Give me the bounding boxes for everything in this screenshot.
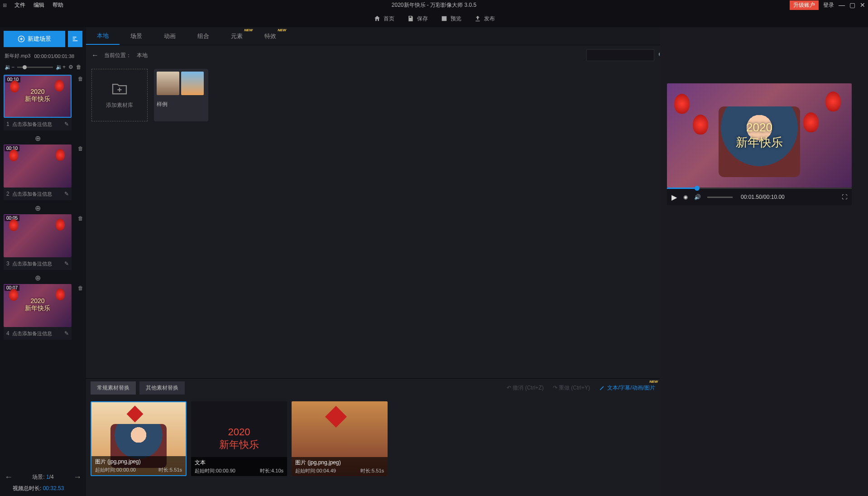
scene-index: 4 (6, 330, 10, 337)
sort-icon (72, 35, 79, 43)
close-icon[interactable]: ✕ (860, 1, 865, 9)
scene-card[interactable]: 00:05 3 点击添加备注信息 ✎ 🗑 (4, 214, 82, 270)
scene-caption[interactable]: 点击添加备注信息 (12, 191, 62, 197)
redo-label: 重做 (Ctrl+Y) (559, 385, 590, 391)
new-badge: NEW (244, 28, 253, 32)
delete-icon[interactable]: 🗑 (78, 76, 82, 82)
toolbar: 首页 保存 预览 发布 (0, 10, 868, 27)
scene-caption-row: 4 点击添加备注信息 ✎ (4, 327, 72, 340)
undo-button[interactable]: ↶ 撤消 (Ctrl+Z) (507, 384, 544, 392)
minimize-icon[interactable]: — (839, 1, 845, 9)
add-library-button[interactable]: 添加素材库 (91, 69, 148, 121)
bottom-panel: 常规素材替换 其他素材替换 ↶ 撤消 (Ctrl+Z) ↷ 重做 (Ctrl+Y… (86, 378, 660, 496)
clip-start: 起始时间:00:00.90 (195, 467, 235, 474)
scene-card[interactable]: 00:07 2020新年快乐 4 点击添加备注信息 ✎ 🗑 (4, 284, 82, 340)
preview-volume-slider[interactable] (707, 197, 733, 198)
tab-normal-replace[interactable]: 常规素材替换 (91, 381, 136, 395)
tab-元素[interactable]: 元素NEW (220, 27, 254, 45)
clip-duration: 时长:5.51s (158, 467, 182, 473)
tab-label: 动画 (164, 32, 176, 40)
home-button[interactable]: 首页 (374, 15, 394, 23)
clip-type: 图片 (jpg,png,jpeg) (295, 459, 384, 467)
home-icon (374, 15, 381, 22)
scene-caption[interactable]: 点击添加备注信息 (12, 260, 62, 267)
delete-icon[interactable]: 🗑 (78, 285, 82, 291)
page-total: /4 (49, 474, 54, 480)
tab-other-replace[interactable]: 其他素材替换 (139, 381, 185, 395)
folder-plus-icon (111, 82, 128, 95)
playback-progress[interactable] (667, 188, 852, 189)
loop-icon[interactable]: ◉ (683, 194, 688, 200)
delete-icon[interactable]: 🗑 (78, 145, 82, 152)
publish-button[interactable]: 发布 (474, 15, 495, 23)
search-box[interactable]: 🔍 (586, 49, 654, 61)
next-scene-icon[interactable]: → (73, 472, 82, 482)
preview-button[interactable]: 预览 (441, 15, 461, 23)
menu-file[interactable]: 文件 (14, 1, 25, 9)
tab-动画[interactable]: 动画 (153, 27, 187, 45)
scene-thumb[interactable]: 00:05 (4, 214, 72, 257)
tab-label: 特效 (264, 32, 276, 40)
tab-本地[interactable]: 本地 (86, 27, 120, 45)
menu-help[interactable]: 帮助 (53, 1, 63, 9)
tab-组合[interactable]: 组合 (187, 27, 220, 45)
scene-thumb[interactable]: 00:10 (4, 144, 72, 188)
play-icon[interactable]: ▶ (671, 193, 677, 202)
preview-canvas: 2020 新年快乐 (667, 83, 852, 188)
audio-row: 新年好.mp3 00:00:01/00:01:38 (4, 51, 82, 61)
upload-icon (474, 15, 481, 22)
new-badge: NEW (278, 28, 286, 32)
trash-icon[interactable]: 🗑 (76, 64, 82, 70)
audio-controls: 🔉− 🔉+ ⚙ 🗑 (4, 61, 82, 75)
text-subtitle-link[interactable]: 文本/字幕/动画/图片 NEW (599, 384, 655, 392)
volume-slider[interactable] (17, 67, 53, 68)
scene-card[interactable]: 00:10 2 点击添加备注信息 ✎ 🗑 (4, 144, 82, 200)
login-button[interactable]: 登录 (823, 1, 834, 9)
save-button[interactable]: 保存 (407, 15, 428, 23)
scene-caption[interactable]: 点击添加备注信息 (12, 330, 62, 337)
add-between-icon[interactable]: ⊕ (4, 132, 72, 144)
scene-card[interactable]: 00:10 2020新年快乐 1 点击添加备注信息 ✎ 🗑 (4, 75, 82, 130)
search-input[interactable] (590, 52, 658, 58)
maximize-icon[interactable]: ▢ (849, 1, 855, 9)
edit-icon[interactable]: ✎ (64, 330, 69, 337)
sort-button[interactable] (68, 31, 82, 47)
add-between-icon[interactable]: ⊕ (4, 202, 72, 214)
sample-folder[interactable]: 样例 (154, 69, 208, 121)
save-label: 保存 (417, 15, 428, 23)
clip-duration: 时长:5.51s (360, 467, 384, 474)
new-scene-button[interactable]: 新建场景 (4, 31, 65, 47)
gear-icon[interactable]: ⚙ (68, 64, 73, 70)
back-icon[interactable]: ← (91, 51, 99, 59)
sample-folder-label: 样例 (157, 101, 206, 108)
prev-scene-icon[interactable]: ← (5, 472, 13, 482)
fullscreen-icon[interactable]: ⛶ (842, 194, 847, 200)
audio-filename[interactable]: 新年好.mp3 (5, 53, 30, 59)
edit-icon[interactable]: ✎ (64, 191, 69, 197)
clip-card[interactable]: 图片 (jpg,png,jpeg) 起始时间:00:04.49时长:5.51s (292, 401, 388, 476)
volume-up-icon[interactable]: 🔉+ (56, 64, 66, 70)
total-duration: 视频总时长: 00:32.53 (4, 484, 82, 492)
asset-grid: 添加素材库 样例 (86, 65, 660, 378)
tab-label: 元素 (231, 32, 243, 40)
scene-caption-row: 3 点击添加备注信息 ✎ (4, 257, 72, 270)
add-between-icon[interactable]: ⊕ (4, 272, 72, 284)
new-scene-label: 新建场景 (28, 35, 51, 43)
clip-card[interactable]: 2020新年快乐 文本 起始时间:00:00.90时长:4.10s (191, 401, 287, 476)
upgrade-button[interactable]: 升级账户 (790, 0, 819, 10)
breadcrumb-value: 本地 (137, 52, 148, 59)
menu-edit[interactable]: 编辑 (34, 1, 44, 9)
edit-icon[interactable]: ✎ (64, 121, 69, 127)
delete-icon[interactable]: 🗑 (78, 215, 82, 222)
clip-card[interactable]: 图片 (jpg,png,jpeg) 起始时间:00:00.00时长:5.51s (91, 401, 187, 476)
tab-特效[interactable]: 特效NEW (254, 27, 287, 45)
scene-thumb[interactable]: 00:10 2020新年快乐 (4, 75, 72, 118)
edit-icon[interactable]: ✎ (64, 260, 69, 267)
mute-icon[interactable]: 🔊 (694, 194, 701, 200)
redo-button[interactable]: ↷ 重做 (Ctrl+Y) (553, 384, 590, 392)
scene-caption[interactable]: 点击添加备注信息 (12, 121, 62, 128)
tab-场景[interactable]: 场景 (120, 27, 153, 45)
scene-thumb[interactable]: 00:07 2020新年快乐 (4, 284, 72, 327)
scene-index: 2 (6, 191, 10, 197)
volume-down-icon[interactable]: 🔉− (5, 64, 14, 70)
